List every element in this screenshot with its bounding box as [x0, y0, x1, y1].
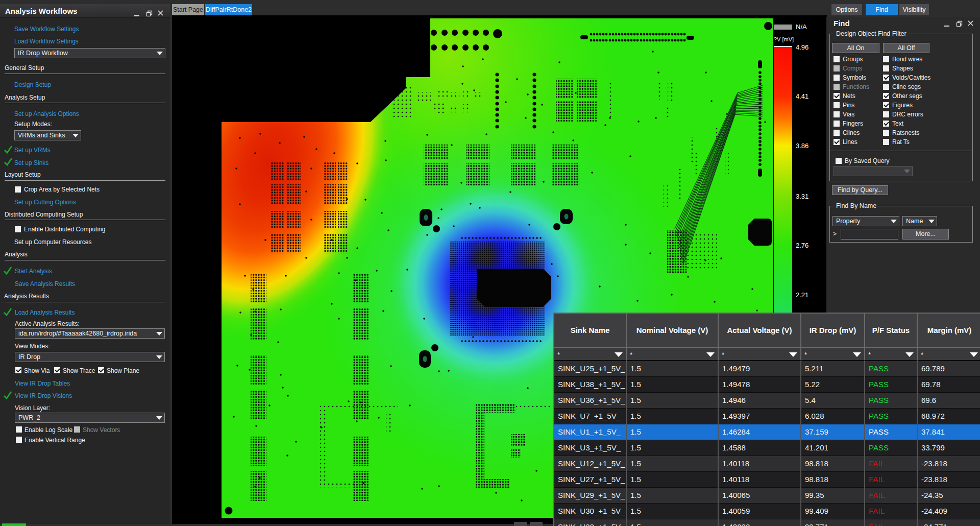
svg-text:2.76: 2.76 — [796, 242, 808, 249]
svg-text:3.31: 3.31 — [796, 193, 808, 200]
svg-text:N/A: N/A — [796, 23, 807, 31]
svg-text:4.41: 4.41 — [796, 92, 808, 100]
svg-text:4.96: 4.96 — [796, 43, 808, 51]
svg-text:2.21: 2.21 — [796, 291, 808, 299]
svg-text:?V [mV]: ?V [mV] — [774, 36, 794, 42]
svg-text:3.86: 3.86 — [796, 142, 808, 150]
